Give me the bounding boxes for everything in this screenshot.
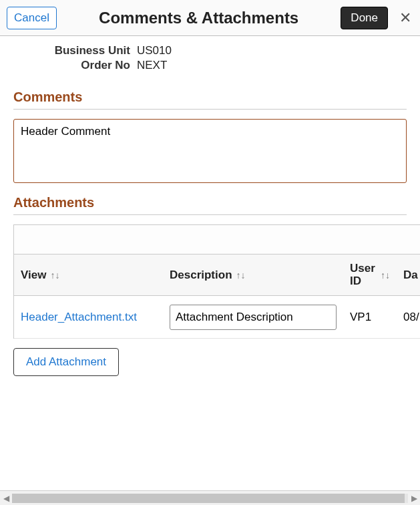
- attachments-table: View ↑↓ Description ↑↓ User ID ↑↓ Da Hea…: [13, 224, 420, 339]
- business-unit-value: US010: [137, 44, 172, 57]
- attachments-section: Attachments: [0, 186, 420, 215]
- dialog-title: Comments & Attachments: [57, 9, 341, 27]
- column-header-description[interactable]: Description ↑↓: [163, 265, 343, 286]
- cancel-button[interactable]: Cancel: [7, 7, 57, 29]
- table-header-row: View ↑↓ Description ↑↓ User ID ↑↓ Da: [14, 255, 420, 296]
- attachments-heading: Attachments: [13, 195, 407, 215]
- comments-section: Comments: [0, 80, 420, 186]
- column-header-date[interactable]: Da: [397, 265, 420, 286]
- scrollbar-track[interactable]: [12, 494, 408, 503]
- scroll-left-icon[interactable]: ◀: [0, 491, 12, 506]
- cell-user-id: VP1: [343, 305, 397, 329]
- comment-textarea[interactable]: [13, 119, 407, 183]
- cell-date: 08/: [397, 305, 420, 329]
- order-no-value: NEXT: [137, 59, 167, 72]
- column-label: View: [21, 269, 46, 282]
- sort-icon: ↑↓: [236, 270, 246, 281]
- close-icon[interactable]: ✕: [397, 9, 413, 27]
- cell-view: Header_Attachment.txt: [14, 305, 163, 329]
- scroll-right-icon[interactable]: ▶: [408, 491, 420, 506]
- info-block: Business Unit US010 Order No NEXT: [0, 36, 420, 80]
- dialog-header: Cancel Comments & Attachments Done ✕: [0, 0, 420, 36]
- column-label: Da: [403, 269, 418, 282]
- column-label: User ID: [350, 263, 377, 287]
- sort-icon: ↑↓: [50, 270, 59, 281]
- business-unit-label: Business Unit: [13, 44, 137, 57]
- cell-description: [163, 299, 343, 335]
- add-attachment-button[interactable]: Add Attachment: [13, 348, 119, 376]
- order-no-label: Order No: [13, 59, 137, 72]
- attachments-table-viewport: View ↑↓ Description ↑↓ User ID ↑↓ Da Hea…: [13, 224, 420, 339]
- table-row: Header_Attachment.txt VP1 08/: [14, 296, 420, 339]
- horizontal-scrollbar[interactable]: ◀ ▶: [0, 490, 420, 505]
- column-header-user-id[interactable]: User ID ↑↓: [343, 259, 397, 291]
- attachment-description-input[interactable]: [170, 305, 337, 330]
- table-header-spacer: [14, 225, 420, 255]
- column-label: Description: [170, 269, 232, 282]
- attachment-file-link[interactable]: Header_Attachment.txt: [21, 311, 137, 323]
- comments-heading: Comments: [13, 90, 407, 110]
- scrollbar-thumb[interactable]: [12, 494, 405, 503]
- sort-icon: ↑↓: [381, 270, 390, 281]
- column-header-view[interactable]: View ↑↓: [14, 265, 163, 286]
- done-button[interactable]: Done: [341, 7, 388, 29]
